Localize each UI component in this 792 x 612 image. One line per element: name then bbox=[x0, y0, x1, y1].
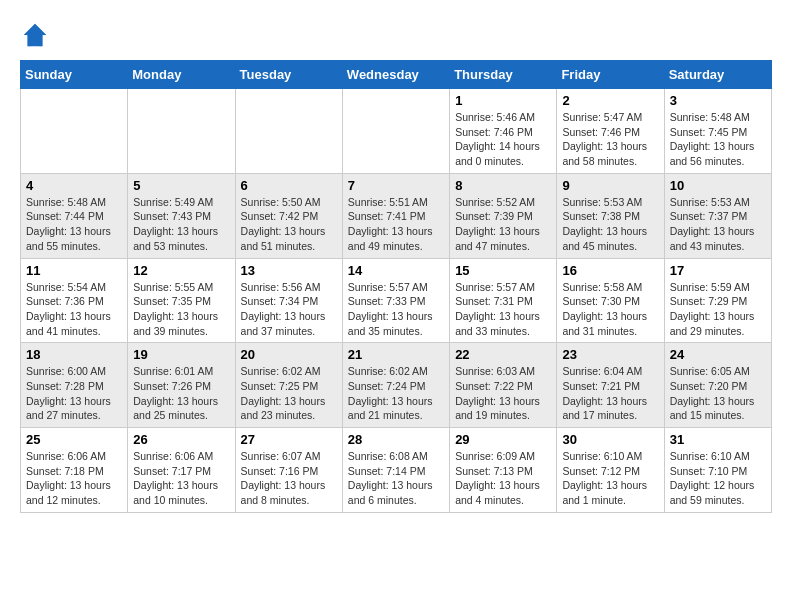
week-row-4: 25Sunrise: 6:06 AM Sunset: 7:18 PM Dayli… bbox=[21, 428, 772, 513]
calendar-cell: 21Sunrise: 6:02 AM Sunset: 7:24 PM Dayli… bbox=[342, 343, 449, 428]
calendar-cell: 4Sunrise: 5:48 AM Sunset: 7:44 PM Daylig… bbox=[21, 173, 128, 258]
day-header-friday: Friday bbox=[557, 61, 664, 89]
cell-info: Sunrise: 5:58 AM Sunset: 7:30 PM Dayligh… bbox=[562, 280, 658, 339]
cell-info: Sunrise: 6:08 AM Sunset: 7:14 PM Dayligh… bbox=[348, 449, 444, 508]
cell-info: Sunrise: 6:02 AM Sunset: 7:24 PM Dayligh… bbox=[348, 364, 444, 423]
date-number: 8 bbox=[455, 178, 551, 193]
cell-info: Sunrise: 5:48 AM Sunset: 7:44 PM Dayligh… bbox=[26, 195, 122, 254]
calendar-cell: 16Sunrise: 5:58 AM Sunset: 7:30 PM Dayli… bbox=[557, 258, 664, 343]
calendar-cell: 13Sunrise: 5:56 AM Sunset: 7:34 PM Dayli… bbox=[235, 258, 342, 343]
cell-info: Sunrise: 6:06 AM Sunset: 7:18 PM Dayligh… bbox=[26, 449, 122, 508]
cell-info: Sunrise: 6:06 AM Sunset: 7:17 PM Dayligh… bbox=[133, 449, 229, 508]
cell-info: Sunrise: 5:54 AM Sunset: 7:36 PM Dayligh… bbox=[26, 280, 122, 339]
cell-info: Sunrise: 6:07 AM Sunset: 7:16 PM Dayligh… bbox=[241, 449, 337, 508]
calendar-cell: 22Sunrise: 6:03 AM Sunset: 7:22 PM Dayli… bbox=[450, 343, 557, 428]
date-number: 11 bbox=[26, 263, 122, 278]
date-number: 2 bbox=[562, 93, 658, 108]
cell-info: Sunrise: 5:50 AM Sunset: 7:42 PM Dayligh… bbox=[241, 195, 337, 254]
calendar-cell: 14Sunrise: 5:57 AM Sunset: 7:33 PM Dayli… bbox=[342, 258, 449, 343]
calendar-cell bbox=[21, 89, 128, 174]
cell-info: Sunrise: 6:09 AM Sunset: 7:13 PM Dayligh… bbox=[455, 449, 551, 508]
date-number: 5 bbox=[133, 178, 229, 193]
calendar-cell: 31Sunrise: 6:10 AM Sunset: 7:10 PM Dayli… bbox=[664, 428, 771, 513]
logo bbox=[20, 20, 55, 50]
cell-info: Sunrise: 6:04 AM Sunset: 7:21 PM Dayligh… bbox=[562, 364, 658, 423]
cell-info: Sunrise: 6:03 AM Sunset: 7:22 PM Dayligh… bbox=[455, 364, 551, 423]
cell-info: Sunrise: 5:53 AM Sunset: 7:38 PM Dayligh… bbox=[562, 195, 658, 254]
week-row-1: 4Sunrise: 5:48 AM Sunset: 7:44 PM Daylig… bbox=[21, 173, 772, 258]
calendar-cell: 27Sunrise: 6:07 AM Sunset: 7:16 PM Dayli… bbox=[235, 428, 342, 513]
day-header-tuesday: Tuesday bbox=[235, 61, 342, 89]
calendar-cell: 9Sunrise: 5:53 AM Sunset: 7:38 PM Daylig… bbox=[557, 173, 664, 258]
calendar-cell bbox=[235, 89, 342, 174]
week-row-2: 11Sunrise: 5:54 AM Sunset: 7:36 PM Dayli… bbox=[21, 258, 772, 343]
date-number: 13 bbox=[241, 263, 337, 278]
date-number: 23 bbox=[562, 347, 658, 362]
date-number: 21 bbox=[348, 347, 444, 362]
date-number: 1 bbox=[455, 93, 551, 108]
calendar-header: SundayMondayTuesdayWednesdayThursdayFrid… bbox=[21, 61, 772, 89]
calendar-cell: 11Sunrise: 5:54 AM Sunset: 7:36 PM Dayli… bbox=[21, 258, 128, 343]
day-header-thursday: Thursday bbox=[450, 61, 557, 89]
date-number: 14 bbox=[348, 263, 444, 278]
calendar-cell bbox=[128, 89, 235, 174]
date-number: 9 bbox=[562, 178, 658, 193]
calendar-cell: 5Sunrise: 5:49 AM Sunset: 7:43 PM Daylig… bbox=[128, 173, 235, 258]
date-number: 4 bbox=[26, 178, 122, 193]
date-number: 31 bbox=[670, 432, 766, 447]
date-number: 6 bbox=[241, 178, 337, 193]
calendar-cell: 12Sunrise: 5:55 AM Sunset: 7:35 PM Dayli… bbox=[128, 258, 235, 343]
calendar-cell: 2Sunrise: 5:47 AM Sunset: 7:46 PM Daylig… bbox=[557, 89, 664, 174]
calendar-cell bbox=[342, 89, 449, 174]
date-number: 20 bbox=[241, 347, 337, 362]
calendar-cell: 23Sunrise: 6:04 AM Sunset: 7:21 PM Dayli… bbox=[557, 343, 664, 428]
cell-info: Sunrise: 5:47 AM Sunset: 7:46 PM Dayligh… bbox=[562, 110, 658, 169]
cell-info: Sunrise: 5:53 AM Sunset: 7:37 PM Dayligh… bbox=[670, 195, 766, 254]
calendar-cell: 28Sunrise: 6:08 AM Sunset: 7:14 PM Dayli… bbox=[342, 428, 449, 513]
cell-info: Sunrise: 5:56 AM Sunset: 7:34 PM Dayligh… bbox=[241, 280, 337, 339]
cell-info: Sunrise: 5:57 AM Sunset: 7:33 PM Dayligh… bbox=[348, 280, 444, 339]
date-number: 26 bbox=[133, 432, 229, 447]
date-number: 27 bbox=[241, 432, 337, 447]
calendar-cell: 29Sunrise: 6:09 AM Sunset: 7:13 PM Dayli… bbox=[450, 428, 557, 513]
calendar-cell: 26Sunrise: 6:06 AM Sunset: 7:17 PM Dayli… bbox=[128, 428, 235, 513]
calendar-cell: 18Sunrise: 6:00 AM Sunset: 7:28 PM Dayli… bbox=[21, 343, 128, 428]
cell-info: Sunrise: 5:48 AM Sunset: 7:45 PM Dayligh… bbox=[670, 110, 766, 169]
calendar-cell: 19Sunrise: 6:01 AM Sunset: 7:26 PM Dayli… bbox=[128, 343, 235, 428]
date-number: 29 bbox=[455, 432, 551, 447]
cell-info: Sunrise: 6:01 AM Sunset: 7:26 PM Dayligh… bbox=[133, 364, 229, 423]
calendar-cell: 10Sunrise: 5:53 AM Sunset: 7:37 PM Dayli… bbox=[664, 173, 771, 258]
week-row-0: 1Sunrise: 5:46 AM Sunset: 7:46 PM Daylig… bbox=[21, 89, 772, 174]
date-number: 7 bbox=[348, 178, 444, 193]
cell-info: Sunrise: 6:02 AM Sunset: 7:25 PM Dayligh… bbox=[241, 364, 337, 423]
calendar-cell: 24Sunrise: 6:05 AM Sunset: 7:20 PM Dayli… bbox=[664, 343, 771, 428]
calendar-cell: 15Sunrise: 5:57 AM Sunset: 7:31 PM Dayli… bbox=[450, 258, 557, 343]
cell-info: Sunrise: 5:59 AM Sunset: 7:29 PM Dayligh… bbox=[670, 280, 766, 339]
date-number: 15 bbox=[455, 263, 551, 278]
day-header-saturday: Saturday bbox=[664, 61, 771, 89]
calendar-cell: 7Sunrise: 5:51 AM Sunset: 7:41 PM Daylig… bbox=[342, 173, 449, 258]
date-number: 22 bbox=[455, 347, 551, 362]
cell-info: Sunrise: 5:49 AM Sunset: 7:43 PM Dayligh… bbox=[133, 195, 229, 254]
calendar-cell: 6Sunrise: 5:50 AM Sunset: 7:42 PM Daylig… bbox=[235, 173, 342, 258]
calendar-cell: 8Sunrise: 5:52 AM Sunset: 7:39 PM Daylig… bbox=[450, 173, 557, 258]
calendar-body: 1Sunrise: 5:46 AM Sunset: 7:46 PM Daylig… bbox=[21, 89, 772, 513]
date-number: 25 bbox=[26, 432, 122, 447]
calendar-cell: 25Sunrise: 6:06 AM Sunset: 7:18 PM Dayli… bbox=[21, 428, 128, 513]
calendar-cell: 20Sunrise: 6:02 AM Sunset: 7:25 PM Dayli… bbox=[235, 343, 342, 428]
date-number: 3 bbox=[670, 93, 766, 108]
date-number: 30 bbox=[562, 432, 658, 447]
cell-info: Sunrise: 6:05 AM Sunset: 7:20 PM Dayligh… bbox=[670, 364, 766, 423]
calendar-cell: 30Sunrise: 6:10 AM Sunset: 7:12 PM Dayli… bbox=[557, 428, 664, 513]
cell-info: Sunrise: 5:52 AM Sunset: 7:39 PM Dayligh… bbox=[455, 195, 551, 254]
calendar-cell: 1Sunrise: 5:46 AM Sunset: 7:46 PM Daylig… bbox=[450, 89, 557, 174]
date-number: 24 bbox=[670, 347, 766, 362]
cell-info: Sunrise: 6:00 AM Sunset: 7:28 PM Dayligh… bbox=[26, 364, 122, 423]
date-number: 28 bbox=[348, 432, 444, 447]
cell-info: Sunrise: 6:10 AM Sunset: 7:12 PM Dayligh… bbox=[562, 449, 658, 508]
date-number: 17 bbox=[670, 263, 766, 278]
date-number: 10 bbox=[670, 178, 766, 193]
date-number: 12 bbox=[133, 263, 229, 278]
calendar-cell: 17Sunrise: 5:59 AM Sunset: 7:29 PM Dayli… bbox=[664, 258, 771, 343]
date-number: 19 bbox=[133, 347, 229, 362]
